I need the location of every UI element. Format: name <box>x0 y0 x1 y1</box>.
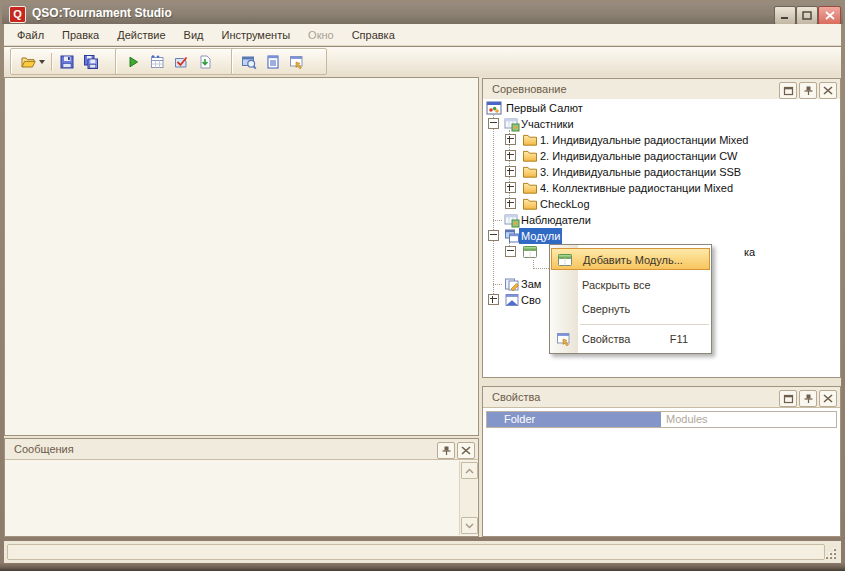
menu-item-add-module[interactable]: Добавить Модуль... <box>551 248 710 270</box>
tree-item-label-selected: Модули <box>519 228 562 244</box>
tree-item-label: CheckLog <box>540 196 590 212</box>
panel-pin-button[interactable] <box>799 390 817 407</box>
panel-close-button[interactable] <box>819 82 837 99</box>
expand-expander[interactable] <box>488 294 499 305</box>
participants-icon <box>504 116 520 132</box>
tree-item-group4[interactable]: 4. Коллективные радиостанции Mixed <box>483 180 840 196</box>
properties-panel: Свойства Folder Modules <box>482 386 841 537</box>
property-row[interactable]: Folder Modules <box>486 411 837 428</box>
tree-item-modules[interactable]: Модули <box>483 228 840 244</box>
panel-pin-button[interactable] <box>799 82 817 99</box>
tree-item-group1[interactable]: 1. Индивидуальные радиостанции Mixed <box>483 132 840 148</box>
run-icon <box>125 54 141 70</box>
notes-icon <box>504 276 520 292</box>
menu-item-expand-all[interactable]: Раскрыть все <box>551 274 710 296</box>
tree-item-group2[interactable]: 2. Индивидуальные радиостанции CW <box>483 148 840 164</box>
property-grid: Folder Modules <box>483 408 840 536</box>
property-value[interactable]: Modules <box>661 412 836 427</box>
chevron-down-icon <box>464 522 475 530</box>
collapse-expander[interactable] <box>488 118 499 129</box>
minimize-button[interactable] <box>774 6 796 25</box>
open-dropdown-caret-icon[interactable] <box>39 60 45 64</box>
app-logo-icon: Q <box>9 6 26 23</box>
toolbar-group-file <box>10 48 121 75</box>
scroll-up-button[interactable] <box>461 462 478 479</box>
menu-edit[interactable]: Правка <box>53 26 108 44</box>
menu-item-shortcut: F11 <box>670 328 688 350</box>
report-button[interactable] <box>261 51 285 73</box>
tree-item-checklog[interactable]: CheckLog <box>483 196 840 212</box>
menu-item-properties[interactable]: Свойства F11 <box>551 328 710 350</box>
pin-icon <box>803 85 814 96</box>
menu-help[interactable]: Справка <box>343 26 404 44</box>
tree-item-label: 1. Индивидуальные радиостанции Mixed <box>540 132 749 148</box>
folder-icon <box>522 148 538 164</box>
pin-icon <box>803 393 814 404</box>
expand-expander[interactable] <box>505 150 516 161</box>
panel-pin-button[interactable] <box>437 442 455 459</box>
menu-tools[interactable]: Инструменты <box>212 26 299 44</box>
scroll-down-button[interactable] <box>461 517 478 534</box>
find-button[interactable] <box>237 51 261 73</box>
folder-icon <box>522 180 538 196</box>
toolbar-group-view <box>231 48 327 75</box>
tree-item-competition-root[interactable]: Первый Салют <box>483 100 840 116</box>
check-log-button[interactable] <box>169 51 193 73</box>
expand-expander[interactable] <box>505 134 516 145</box>
messages-scrollbar[interactable] <box>459 461 477 535</box>
document-area <box>4 77 479 436</box>
report-icon <box>265 54 281 70</box>
resize-grip[interactable] <box>826 549 836 559</box>
calendar-icon <box>149 54 165 70</box>
panel-close-button[interactable] <box>457 442 475 459</box>
maximize-icon <box>783 394 794 404</box>
save-all-button[interactable] <box>79 51 103 73</box>
tree-item-participants[interactable]: Участники <box>483 116 840 132</box>
close-icon <box>461 446 471 455</box>
expand-expander[interactable] <box>505 182 516 193</box>
chevron-up-icon <box>464 467 475 475</box>
participants-icon <box>504 212 520 228</box>
panel-maximize-button[interactable] <box>779 390 797 407</box>
pin-icon <box>441 445 452 456</box>
run-button[interactable] <box>121 51 145 73</box>
close-icon <box>825 11 835 20</box>
maximize-icon <box>802 11 812 20</box>
folder-icon <box>522 132 538 148</box>
menu-bar: Файл Правка Действие Вид Инструменты Окн… <box>4 24 841 46</box>
competition-icon <box>486 100 502 116</box>
collapse-expander[interactable] <box>505 246 516 257</box>
close-button[interactable] <box>818 6 841 25</box>
title-bar[interactable]: Q QSO:Tournament Studio <box>2 2 843 24</box>
menu-window: Окно <box>299 26 343 44</box>
expand-expander[interactable] <box>505 198 516 209</box>
menu-item-label: Раскрыть все <box>582 274 651 296</box>
open-button[interactable] <box>16 51 48 73</box>
tree-item-label: 3. Индивидуальные радиостанции SSB <box>540 164 741 180</box>
tree-item-label: 2. Индивидуальные радиостанции CW <box>540 148 737 164</box>
schedule-button[interactable] <box>145 51 169 73</box>
tree-connector <box>533 268 549 270</box>
folder-icon <box>522 196 538 212</box>
tree-item-observers[interactable]: Наблюдатели <box>483 212 840 228</box>
menu-item-collapse[interactable]: Свернуть <box>551 298 710 320</box>
menu-file[interactable]: Файл <box>8 26 53 44</box>
modules-icon <box>504 228 520 244</box>
properties-button[interactable] <box>285 51 309 73</box>
context-menu: Добавить Модуль... Раскрыть все Свернуть… <box>549 244 712 354</box>
menu-item-label: Свернуть <box>582 298 630 320</box>
collapse-expander[interactable] <box>488 230 499 241</box>
tree-item-group3[interactable]: 3. Индивидуальные радиостанции SSB <box>483 164 840 180</box>
menu-view[interactable]: Вид <box>175 26 213 44</box>
import-log-button[interactable] <box>193 51 217 73</box>
panel-maximize-button[interactable] <box>779 82 797 99</box>
maximize-button[interactable] <box>796 6 818 25</box>
menu-action[interactable]: Действие <box>108 26 174 44</box>
expand-expander[interactable] <box>505 166 516 177</box>
toolbar-separator <box>51 53 52 71</box>
properties-icon <box>289 54 305 70</box>
panel-close-button[interactable] <box>819 390 837 407</box>
save-button[interactable] <box>55 51 79 73</box>
module-icon <box>522 244 538 260</box>
properties-icon <box>556 331 572 347</box>
